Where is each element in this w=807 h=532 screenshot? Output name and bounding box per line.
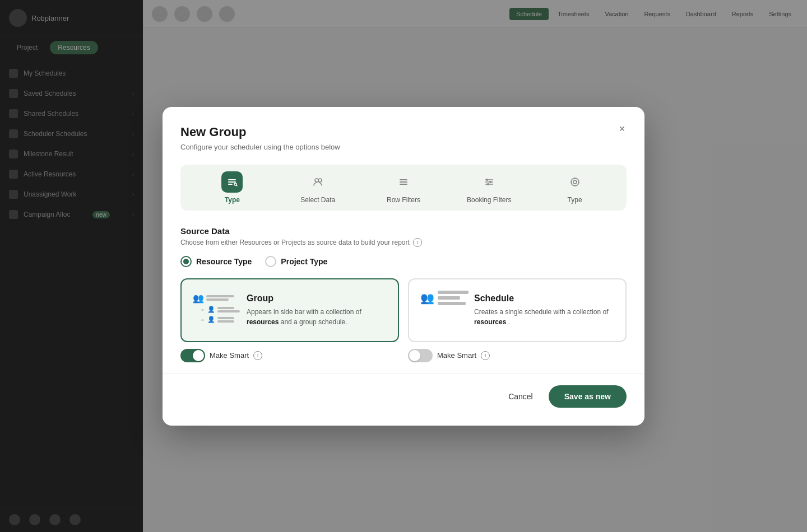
svg-point-6 [318, 179, 322, 182]
schedule-make-smart-toggle[interactable] [408, 349, 433, 362]
group-card-content: Group Appears in side bar with a collect… [247, 293, 387, 327]
group-card-title: Group [247, 293, 387, 304]
step-type2-icon [564, 171, 586, 193]
source-data-info-icon[interactable]: i [413, 238, 422, 247]
group-card[interactable]: 👥 → 👤 [180, 278, 399, 342]
step-select-data[interactable]: Select Data [275, 171, 361, 204]
modal-footer: Cancel Save as new [180, 385, 627, 408]
modal: × New Group Configure your scheduler usi… [163, 107, 644, 426]
group-make-smart-toggle[interactable] [180, 349, 205, 362]
step-type-label: Type [225, 196, 240, 204]
modal-title: New Group [180, 125, 627, 139]
schedule-toggle-info-icon[interactable]: i [481, 351, 490, 360]
toggle-knob [409, 350, 420, 361]
svg-rect-9 [400, 184, 407, 185]
step-row-filters[interactable]: Row Filters [361, 171, 447, 204]
step-select-data-icon [307, 171, 328, 193]
radio-project-circle [265, 256, 276, 267]
group-toggle-row: Make Smart i [180, 349, 399, 362]
svg-rect-2 [228, 184, 233, 185]
modal-header: New Group Configure your scheduler using… [180, 125, 627, 151]
step-booking-filters[interactable]: Booking Filters [446, 171, 532, 204]
cards-container: 👥 → 👤 [180, 278, 627, 362]
cancel-button[interactable]: Cancel [499, 388, 542, 405]
svg-line-4 [236, 185, 238, 186]
svg-rect-8 [400, 181, 407, 183]
svg-point-16 [571, 178, 579, 186]
schedule-toggle-row: Make Smart i [408, 349, 627, 362]
svg-point-17 [573, 180, 577, 184]
modal-subtitle: Configure your scheduler using the optio… [180, 143, 627, 151]
step-booking-filters-icon [479, 171, 500, 193]
group-visual: 👥 → 👤 [193, 291, 238, 330]
schedule-visual: 👥 [420, 291, 465, 330]
group-card-desc: Appears in side bar with a collection of… [247, 307, 387, 327]
source-data-subtitle: Choose from either Resources or Projects… [180, 238, 627, 247]
step-type2-label: Type [568, 196, 582, 204]
modal-divider [163, 374, 644, 374]
group-toggle-label: Make Smart [210, 351, 249, 360]
radio-resource-type[interactable]: Resource Type [180, 256, 252, 267]
step-type-icon [221, 171, 243, 193]
svg-point-5 [315, 179, 318, 182]
schedule-card[interactable]: 👥 Schedule Creates a single schedule wit… [408, 278, 627, 342]
radio-project-type[interactable]: Project Type [265, 256, 327, 267]
group-toggle-info-icon[interactable]: i [253, 351, 262, 360]
close-button[interactable]: × [613, 120, 631, 138]
group-card-section: 👥 → 👤 [180, 278, 399, 362]
svg-point-14 [489, 181, 491, 183]
radio-resource-label: Resource Type [196, 257, 252, 266]
svg-point-15 [487, 183, 489, 185]
step-select-data-label: Select Data [300, 196, 335, 204]
steps-bar: Type Select Data [180, 165, 627, 211]
step-type2[interactable]: Type [532, 171, 618, 204]
schedule-card-content: Schedule Creates a single schedule with … [474, 293, 614, 327]
schedule-toggle-label: Make Smart [437, 351, 476, 360]
step-type[interactable]: Type [189, 171, 275, 204]
schedule-card-desc: Creates a single schedule with a collect… [474, 307, 614, 327]
schedule-card-section: 👥 Schedule Creates a single schedule wit… [408, 278, 627, 362]
source-data-title: Source Data [180, 226, 627, 236]
schedule-card-title: Schedule [474, 293, 614, 304]
toggle-knob [193, 350, 204, 361]
radio-group: Resource Type Project Type [180, 256, 627, 267]
svg-rect-7 [400, 179, 407, 180]
svg-rect-1 [228, 181, 236, 183]
radio-project-label: Project Type [281, 257, 327, 266]
save-as-new-button[interactable]: Save as new [549, 385, 627, 408]
step-row-filters-icon [393, 171, 414, 193]
radio-resource-circle [180, 256, 192, 267]
svg-point-13 [486, 179, 488, 181]
svg-rect-0 [228, 179, 236, 180]
modal-overlay: × New Group Configure your scheduler usi… [0, 0, 807, 532]
step-booking-filters-label: Booking Filters [467, 196, 511, 204]
step-row-filters-label: Row Filters [387, 196, 420, 204]
